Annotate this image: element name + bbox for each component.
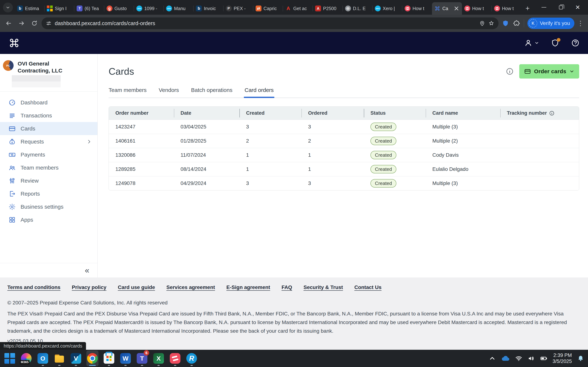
order-cards-button[interactable]: Order cards <box>519 64 579 79</box>
sidebar-item[interactable]: Payments <box>0 148 97 161</box>
sidebar-item[interactable]: Business settings <box>0 200 97 213</box>
address-bar[interactable]: dashboard.pexcard.com/cards/card-orders <box>42 17 499 29</box>
browser-menu-icon[interactable]: ⋮ <box>576 19 585 28</box>
taskbar-item[interactable]: R <box>186 350 198 366</box>
tray-chevron-up-icon[interactable] <box>489 355 496 362</box>
browser-tab[interactable]: A P2500 <box>313 2 343 15</box>
footer-link[interactable]: Card use guide <box>118 284 155 290</box>
sidebar-item[interactable]: Apps <box>0 213 97 226</box>
notifications-bell-icon[interactable] <box>577 355 584 362</box>
browser-tab[interactable]: How t <box>492 2 521 15</box>
sidebar-item[interactable]: Dashboard <box>0 96 97 109</box>
taskbar-item[interactable]: W <box>120 350 131 366</box>
new-tab-button[interactable]: + <box>523 3 533 13</box>
sidebar-item[interactable]: Cards <box>0 122 97 135</box>
footer-link[interactable]: Services agreement <box>166 284 215 290</box>
back-button[interactable] <box>3 18 14 29</box>
info-icon[interactable] <box>506 67 514 75</box>
footer-link[interactable]: E-Sign agreement <box>226 284 270 290</box>
browser-tab[interactable]: b Invoic <box>193 2 223 15</box>
column-header[interactable]: Ordered <box>302 107 364 120</box>
minimize-button[interactable] <box>536 0 552 15</box>
table-row[interactable]: 1320086 11/07/2024 1 1 Created Cody Davi… <box>109 148 579 162</box>
chevron-down-icon <box>534 41 539 45</box>
sidebar-collapse-button[interactable]: « <box>0 263 97 277</box>
tab-title: D.L. E <box>353 6 370 11</box>
browser-tab[interactable]: ⊕ D.L. E <box>343 2 372 15</box>
browser-tab[interactable]: xero 1099 - <box>134 2 164 15</box>
bookmark-star-icon[interactable] <box>488 20 494 26</box>
tab-close-icon[interactable] <box>453 5 459 12</box>
footer-link[interactable]: Security & Trust <box>303 284 343 290</box>
taskbar-item[interactable] <box>4 350 16 366</box>
extensions-puzzle-icon[interactable] <box>513 20 520 27</box>
table-row[interactable]: 1423247 03/04/2025 3 3 Created Multiple … <box>109 120 579 134</box>
footer-link[interactable]: FAQ <box>282 284 292 290</box>
close-button[interactable]: ✕ <box>569 0 586 15</box>
volume-icon[interactable] <box>527 355 535 362</box>
tab-search-button[interactable] <box>3 3 13 12</box>
tracking-info-icon[interactable] <box>549 110 554 116</box>
taskbar-item[interactable]: M365 <box>20 350 32 366</box>
running-indicator <box>124 365 127 366</box>
taskbar-item[interactable]: V <box>70 350 82 366</box>
restore-button[interactable] <box>552 0 569 15</box>
table-row[interactable]: 1249078 04/29/2024 3 3 Created Multiple … <box>109 176 579 190</box>
taskbar-item[interactable] <box>103 350 115 366</box>
browser-tab[interactable]: A Get ac <box>283 2 313 15</box>
sidebar-item[interactable]: Requests <box>0 135 97 148</box>
onedrive-icon[interactable] <box>501 354 510 363</box>
browser-tab[interactable]: g Gusto <box>104 2 134 15</box>
column-header[interactable]: Card name <box>426 107 500 120</box>
taskbar-item[interactable] <box>86 350 98 366</box>
browser-tab[interactable]: T (6) Tea <box>74 2 104 15</box>
wifi-icon[interactable] <box>515 355 522 362</box>
site-settings-icon[interactable] <box>46 20 52 26</box>
sidebar-item[interactable]: Reports <box>0 187 97 200</box>
browser-tab[interactable]: Sign I <box>44 2 74 15</box>
account-menu[interactable] <box>524 39 539 47</box>
browser-tab[interactable]: Ca <box>432 2 462 15</box>
pex-logo-icon[interactable] <box>9 37 20 49</box>
column-header[interactable]: Date <box>174 107 240 120</box>
battery-icon[interactable] <box>540 355 547 362</box>
taskbar-clock[interactable]: 2:39 PM 3/5/2025 <box>553 352 572 364</box>
running-indicator <box>174 365 176 366</box>
location-pin-icon[interactable] <box>479 20 485 26</box>
page-tab[interactable]: Card orders <box>245 87 274 98</box>
column-header[interactable]: Order number <box>109 107 174 120</box>
taskbar-item[interactable]: X <box>153 350 165 366</box>
footer-link[interactable]: Contact Us <box>354 284 381 290</box>
column-header[interactable]: Status <box>364 107 426 120</box>
footer-link[interactable]: Terms and conditions <box>7 284 61 290</box>
footer-link[interactable]: Privacy policy <box>72 284 106 290</box>
column-header[interactable]: Created <box>239 107 302 120</box>
browser-tab[interactable]: ⇄ Capric <box>253 2 283 15</box>
url-text[interactable]: dashboard.pexcard.com/cards/card-orders <box>55 20 476 26</box>
taskbar-item[interactable]: T 6 <box>136 350 148 366</box>
sidebar-item[interactable]: Team members <box>0 161 97 174</box>
refresh-button[interactable] <box>29 18 40 29</box>
page-tab[interactable]: Team members <box>109 87 147 98</box>
table-row[interactable]: 1289285 08/14/2024 1 1 Created Eulalio D… <box>109 162 579 176</box>
browser-tab[interactable]: How t <box>462 2 492 15</box>
help-button[interactable] <box>571 39 579 47</box>
sidebar-item[interactable]: Review <box>0 174 97 187</box>
browser-tab[interactable]: xero Xero | <box>372 2 402 15</box>
forward-button[interactable] <box>16 18 27 29</box>
adblock-shield-icon[interactable] <box>502 20 509 27</box>
taskbar-item[interactable] <box>169 350 181 366</box>
column-header[interactable]: Tracking number <box>500 107 579 120</box>
browser-tab[interactable]: xero Manu <box>164 2 193 15</box>
taskbar-item[interactable] <box>53 350 65 366</box>
sidebar-item[interactable]: Transactions <box>0 109 97 122</box>
browser-tab[interactable]: b Estima <box>15 2 44 15</box>
table-row[interactable]: 1406161 01/28/2025 2 2 Created Multiple … <box>109 134 579 148</box>
taskbar-item[interactable]: O <box>37 350 49 366</box>
browser-tab[interactable]: How t <box>402 2 432 15</box>
verify-profile-button[interactable]: K Verify it's you <box>527 18 574 29</box>
browser-tab[interactable]: P PEX - <box>224 2 253 15</box>
page-tab[interactable]: Vendors <box>159 87 179 98</box>
security-alerts-button[interactable] <box>551 39 559 47</box>
page-tab[interactable]: Batch operations <box>191 87 233 98</box>
